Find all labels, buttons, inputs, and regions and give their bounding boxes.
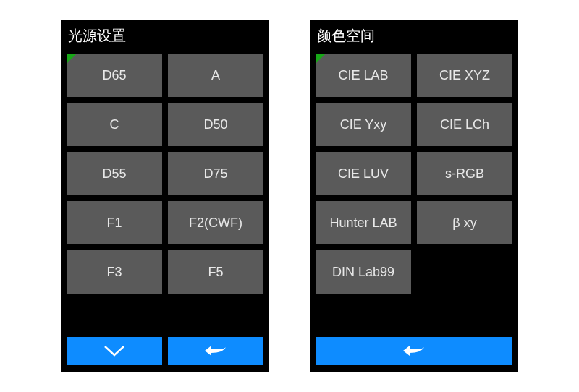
option-beta-xy[interactable]: β xy [417, 201, 512, 244]
back-arrow-icon [203, 343, 229, 359]
option-c[interactable]: C [67, 103, 162, 146]
option-d55[interactable]: D55 [67, 152, 162, 195]
color-space-panel: 颜色空间 CIE LAB CIE XYZ CIE Yxy CIE LCh CIE… [310, 20, 518, 372]
light-source-panel: 光源设置 D65 A C D50 D55 D75 F1 F2(CWF) F3 F… [61, 20, 269, 372]
option-d75[interactable]: D75 [168, 152, 263, 195]
back-arrow-icon [401, 343, 427, 359]
option-cie-lab[interactable]: CIE LAB [316, 54, 411, 97]
footer-bar [61, 337, 269, 372]
selected-corner-mark [316, 54, 326, 64]
option-d50[interactable]: D50 [168, 103, 263, 146]
panel-title: 颜色空间 [310, 20, 518, 51]
back-button[interactable] [168, 337, 263, 365]
option-grid-wrap: D65 A C D50 D55 D75 F1 F2(CWF) F3 F5 [61, 51, 269, 337]
chevron-down-icon [102, 344, 127, 358]
option-grid-wrap: CIE LAB CIE XYZ CIE Yxy CIE LCh CIE LUV … [310, 51, 518, 337]
footer-bar [310, 337, 518, 372]
option-din-lab99[interactable]: DIN Lab99 [316, 250, 411, 294]
option-f3[interactable]: F3 [67, 250, 162, 294]
option-hunter-lab[interactable]: Hunter LAB [316, 201, 411, 244]
panel-title: 光源设置 [61, 20, 269, 51]
option-grid: CIE LAB CIE XYZ CIE Yxy CIE LCh CIE LUV … [316, 54, 512, 294]
option-cie-xyz[interactable]: CIE XYZ [417, 54, 512, 97]
option-d65[interactable]: D65 [67, 54, 162, 97]
selected-corner-mark [67, 54, 77, 64]
back-button[interactable] [316, 337, 512, 365]
option-cie-lch[interactable]: CIE LCh [417, 103, 512, 146]
option-f2cwf[interactable]: F2(CWF) [168, 201, 263, 244]
option-cie-yxy[interactable]: CIE Yxy [316, 103, 411, 146]
option-a[interactable]: A [168, 54, 263, 97]
option-cie-luv[interactable]: CIE LUV [316, 152, 411, 195]
option-s-rgb[interactable]: s-RGB [417, 152, 512, 195]
option-f5[interactable]: F5 [168, 250, 263, 294]
option-f1[interactable]: F1 [67, 201, 162, 244]
option-grid: D65 A C D50 D55 D75 F1 F2(CWF) F3 F5 [67, 54, 263, 294]
page-down-button[interactable] [67, 337, 162, 365]
